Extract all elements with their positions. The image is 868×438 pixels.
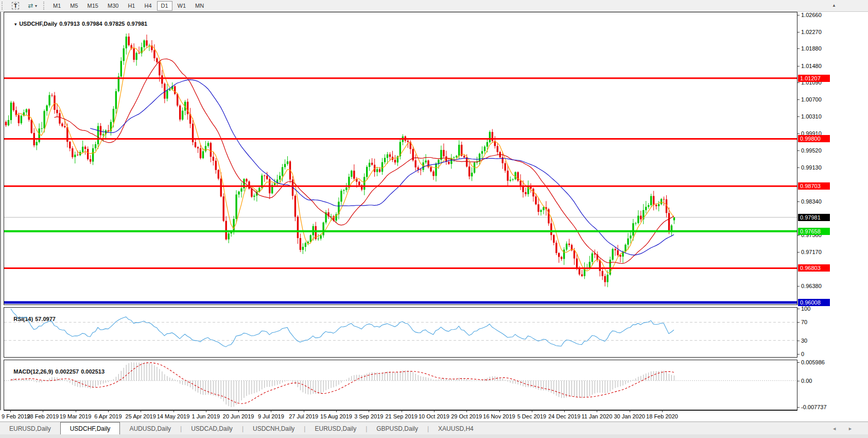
timeframe-button-m1[interactable]: M1 [49, 1, 65, 11]
candle-body [522, 187, 524, 192]
level-price-box: 0.96803 [798, 264, 830, 272]
candle-body [394, 160, 396, 162]
candle-body [420, 170, 421, 170]
candle-body [133, 48, 134, 60]
timeframe-button-h4[interactable]: H4 [140, 1, 155, 11]
date-tick [369, 410, 369, 412]
candle-body [507, 171, 509, 181]
date-label: 16 Nov 2019 [483, 413, 515, 419]
chart-tab-eurusd-daily[interactable]: EURUSD,Daily [0, 422, 60, 435]
candle-body [443, 150, 444, 156]
candle-body [95, 144, 96, 148]
candle-body [527, 186, 529, 194]
candle-body [617, 250, 618, 256]
price-axis-label: 1.02660 [801, 12, 822, 18]
tab-scroll-left-icon[interactable]: ◄ [832, 426, 837, 431]
candle-body [284, 164, 286, 167]
chart-tab-gbpusd-daily[interactable]: GBPUSD,Daily [367, 422, 427, 435]
candle-body [514, 172, 516, 179]
date-label: 30 Jan 2020 [614, 413, 645, 419]
timeframe-button-m30[interactable]: M30 [103, 1, 123, 11]
timeframe-button-w1[interactable]: W1 [173, 1, 190, 11]
candle-body [179, 106, 181, 120]
candle-body [233, 219, 234, 231]
candle-body [240, 188, 242, 191]
macd-canvas[interactable] [4, 360, 797, 410]
candle-body [558, 253, 560, 257]
candle-body [187, 102, 188, 114]
price-axis-label: 1.01880 [801, 45, 822, 52]
candle-body [13, 103, 14, 110]
candle-body [481, 151, 483, 154]
candle-body [425, 160, 426, 162]
date-tick [630, 410, 630, 412]
candle-body [46, 106, 47, 111]
candle-body [61, 124, 63, 126]
rsi-canvas[interactable] [4, 308, 797, 357]
candle-body [381, 162, 383, 172]
candle-body [448, 162, 449, 164]
candle-body [102, 134, 104, 135]
timeframe-button-group: M1M5M15M30H1H4D1W1MN [48, 1, 209, 11]
candle-body [458, 145, 460, 156]
candle-body [592, 254, 593, 262]
candle-body [195, 142, 196, 147]
date-label: 9 Feb 2019 [2, 413, 30, 419]
chart-tab-usdcnh-daily[interactable]: USDCNH,Daily [244, 422, 304, 435]
tab-scroll-right-icon[interactable]: ► [848, 426, 853, 431]
candle-body [602, 271, 603, 276]
candle-body [279, 176, 281, 179]
macd-indicator-panel[interactable]: MACD(12,26,9)0.0022570.002513 [4, 360, 797, 410]
candle-body [143, 40, 145, 47]
date-label: 6 Apr 2019 [94, 413, 121, 419]
toolbar-drag-handle[interactable] [43, 2, 47, 10]
date-tick [336, 410, 337, 412]
candle-body [648, 205, 649, 207]
candle-body [540, 210, 542, 212]
candle-body [210, 143, 212, 157]
toolbar-drag-handle[interactable] [2, 2, 5, 10]
candle-body [197, 147, 199, 148]
timeframe-button-h1[interactable]: H1 [124, 1, 139, 11]
toolbar-overflow-icon[interactable]: ▲ [832, 3, 836, 8]
candle-body [637, 216, 639, 223]
chart-tab-audusd-daily[interactable]: AUDUSD,Daily [120, 422, 180, 435]
text-tool-button[interactable]: T [7, 1, 24, 11]
candle-body [553, 235, 554, 243]
date-axis[interactable]: 9 Feb 201928 Feb 201919 Mar 20196 Apr 20… [0, 410, 868, 422]
status-strip [0, 434, 868, 438]
macd-axis-label: 0.005986 [801, 359, 825, 365]
candle-body [166, 90, 168, 98]
chart-tab-eurusd-daily[interactable]: EURUSD,Daily [305, 422, 366, 435]
timeframe-button-m5[interactable]: M5 [66, 1, 82, 11]
tab-scroll-controls: ◄ ► [832, 422, 868, 435]
rsi-indicator-panel[interactable]: RSI(14)57.0977 [4, 307, 797, 358]
main-chart-canvas[interactable] [4, 12, 797, 305]
candle-body [358, 182, 360, 186]
candle-body [599, 260, 601, 271]
candle-body [90, 159, 91, 162]
date-label: 3 Sep 2019 [354, 413, 383, 419]
candle-body [41, 128, 42, 129]
timeframe-button-mn[interactable]: MN [191, 1, 208, 11]
chart-colors-button[interactable]: ⇄ ▼ [25, 1, 41, 11]
level-price-box: 1.01207 [798, 75, 830, 82]
candle-body [59, 113, 60, 124]
candle-body [297, 217, 299, 238]
chart-tab-usdcad-daily[interactable]: USDCAD,Daily [182, 422, 242, 435]
candle-body [645, 207, 647, 210]
date-label: 5 Dec 2019 [517, 413, 546, 419]
candle-body [632, 223, 634, 235]
candle-body [138, 53, 140, 54]
chart-tab-usdchf-daily[interactable]: USDCHF,Daily [60, 422, 120, 435]
timeframe-button-m15[interactable]: M15 [83, 1, 102, 11]
chevron-down-icon: ▼ [34, 4, 38, 8]
candle-body [604, 276, 605, 282]
moving-average-5 [16, 46, 674, 273]
main-chart-panel[interactable]: ▼USDCHF,Daily0.979130.979840.978250.9798… [4, 12, 797, 305]
price-axis-label: 1.00310 [801, 113, 822, 120]
timeframe-button-d1[interactable]: D1 [157, 1, 172, 11]
chart-tab-xauusd-h4[interactable]: XAUUSD,H4 [429, 422, 483, 435]
candle-body [87, 149, 89, 159]
candle-body [466, 157, 467, 166]
